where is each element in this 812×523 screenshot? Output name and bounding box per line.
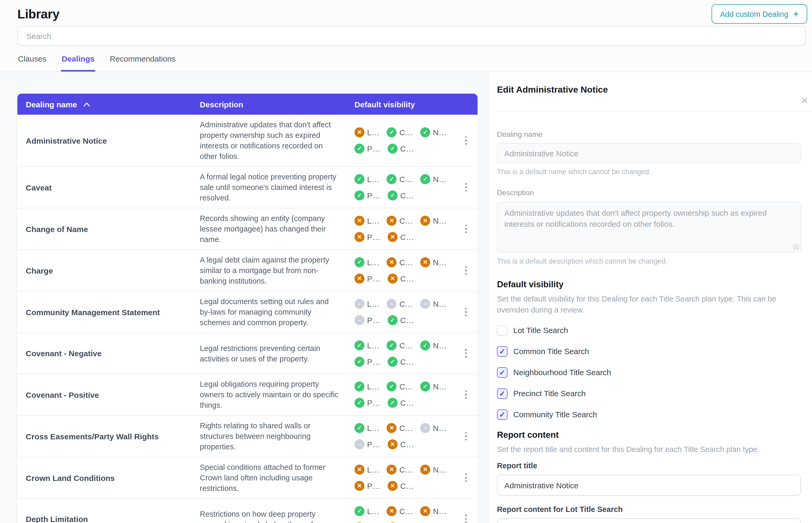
column-label-dealing-name: Dealing name [26,100,77,109]
checkbox-checked-icon[interactable]: ✓ [497,388,508,399]
row-menu-button[interactable] [455,346,478,361]
badge-label: P… [367,191,380,200]
row-menu-button[interactable] [455,133,478,148]
checkbox-checked-icon[interactable]: ✓ [497,367,508,378]
add-custom-dealing-button[interactable]: Add custom Dealing + [712,4,807,24]
visibility-badge: ✕C… [388,232,414,242]
tab-clauses[interactable]: Clauses [17,54,47,72]
row-menu-button[interactable] [455,470,478,485]
panel-divider [497,111,812,111]
visible-check-icon: ✓ [420,381,430,392]
dealing-name-cell: Change of Name [26,224,200,233]
visibility-badge: ✕P… [354,481,380,491]
visible-check-icon: ✓ [388,357,398,366]
badge-label: C… [400,175,413,184]
badge-label: C… [400,482,414,490]
badge-label: L… [367,216,380,225]
badge-label: N… [433,423,446,433]
tab-dealings[interactable]: Dealings [61,54,95,72]
row-menu-button[interactable] [455,180,478,195]
row-menu-button[interactable] [455,263,478,278]
visibility-badge: ✕C… [388,481,414,491]
dealing-name-helper: This is a default name which cannot be c… [497,168,801,176]
table-row[interactable]: CaveatA formal legal notice preventing p… [17,166,478,208]
badge-label: L… [367,128,380,137]
table-row[interactable]: Depth LimitationRestrictions on how deep… [17,498,478,523]
visibility-badge: ✕C… [387,465,413,474]
visible-check-icon: ✓ [354,257,365,267]
visibility-cell: ✓L…✕C…–N…–P…✕C… [354,423,455,449]
default-visibility-description: Set the default visibility for this Deal… [497,294,798,316]
row-menu-button[interactable] [455,512,478,523]
column-header-dealing-name[interactable]: Dealing name [26,100,200,109]
na-dash-icon: – [354,315,365,325]
hidden-x-icon: ✕ [420,506,430,516]
visibility-badge: –C… [387,299,413,309]
row-menu-button[interactable] [455,305,478,320]
table-row[interactable]: Covenant - PositiveLegal obligations req… [17,374,478,415]
close-icon[interactable]: ✕ [801,96,809,105]
visibility-cell: ✓L…✓C…✓N…✓P…✓C… [354,381,455,408]
table-row[interactable]: Covenant - NegativeLegal restrictions pr… [17,332,478,374]
visibility-badge: ✓P… [354,144,380,154]
visibility-badge: ✓C… [387,127,413,137]
visibility-badge: ✓C… [387,381,413,392]
description-cell: Rights relating to shared walls or struc… [200,420,354,452]
checkbox-unchecked-icon[interactable] [497,325,508,336]
checkbox-row-common-title-search[interactable]: ✓Common Title Search [497,344,801,358]
visibility-badge: –N… [420,299,446,309]
visible-check-icon: ✓ [387,340,397,350]
visibility-badge: ✕L… [354,216,380,226]
description-label: Description [497,188,801,197]
row-menu-button[interactable] [455,387,478,402]
row-menu-button[interactable] [455,429,478,444]
checkbox-row-community-title-search[interactable]: ✓Community Title Search [497,407,801,421]
checkbox-checked-icon[interactable]: ✓ [497,409,508,420]
badge-label: C… [400,191,414,200]
checkbox-checked-icon[interactable]: ✓ [497,346,508,357]
badge-label: C… [400,341,413,350]
dealing-name-cell: Covenant - Negative [26,349,200,358]
badge-label: P… [367,482,380,490]
checkbox-row-lot-title-search[interactable]: Lot Title Search [497,323,801,337]
table-row[interactable]: Crown Land ConditionsSpecial conditions … [17,457,478,498]
table-row[interactable]: Cross Easements/Party Wall RightsRights … [17,415,478,457]
visible-check-icon: ✓ [354,506,365,516]
table-row[interactable]: ChargeA legal debt claim against the pro… [17,249,478,291]
visibility-badge: ✓C… [388,191,414,200]
hidden-x-icon: ✕ [388,481,398,491]
hidden-x-icon: ✕ [387,423,397,433]
badge-label: L… [367,300,380,308]
badge-label: C… [400,144,414,153]
report-title-label: Report title [497,462,801,470]
badge-label: N… [433,465,446,474]
table-row[interactable]: Change of NameRecords showing an entity … [17,208,478,249]
visible-check-icon: ✓ [354,340,365,350]
tab-recommendations[interactable]: Recommendations [109,54,176,72]
table-row[interactable]: Administrative NoticeAdministrative upda… [17,115,478,166]
search-input[interactable] [17,26,806,46]
badge-label: P… [367,357,380,366]
visibility-badge: ✓L… [354,381,380,392]
resize-handle-icon [793,244,799,250]
visibility-badge: –N… [420,423,446,433]
description-cell: A legal debt claim against the property … [200,255,354,286]
checkbox-row-neighbourhood-title-search[interactable]: ✓Neighbourhood Title Search [497,365,801,379]
table-row[interactable]: Community Management StatementLegal docu… [17,291,478,332]
visibility-badge: ✓P… [354,191,380,200]
row-menu-button[interactable] [455,221,478,236]
visibility-badge: ✕N… [420,465,446,474]
badge-label: C… [400,506,413,516]
dealing-name-cell: Covenant - Positive [26,390,200,399]
visibility-cell: ✕L…✓C…✓N…✓P…✓C… [354,127,455,154]
checkbox-row-precinct-title-search[interactable]: ✓Precinct Title Search [497,386,801,400]
lot-report-content-field[interactable] [497,518,801,523]
badge-label: C… [400,300,413,308]
report-title-field[interactable] [497,474,801,495]
description-cell: Restrictions on how deep property owners… [200,508,354,523]
visible-check-icon: ✓ [354,381,365,392]
checkbox-label: Neighbourhood Title Search [513,368,611,377]
visibility-badge: ✕P… [354,232,380,242]
na-dash-icon: – [354,299,365,309]
visibility-badge: ✕C… [388,439,414,449]
